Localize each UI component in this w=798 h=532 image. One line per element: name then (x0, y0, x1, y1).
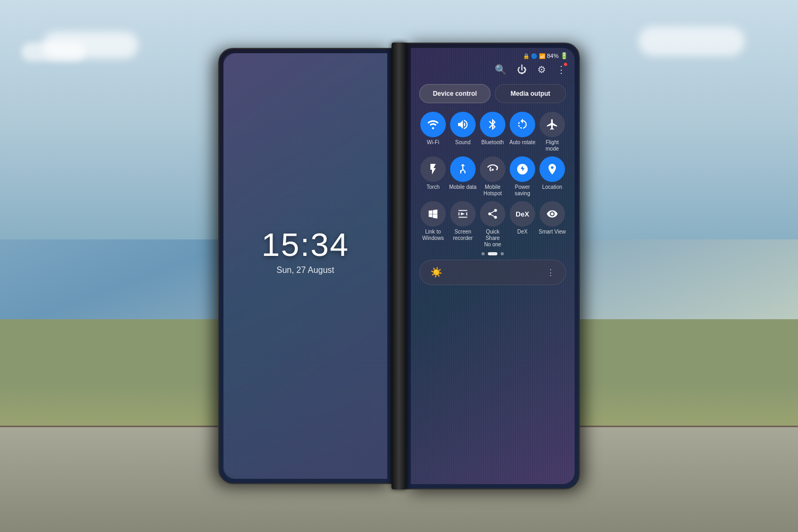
phone-hinge (392, 43, 406, 489)
media-output-tab[interactable]: Media output (495, 84, 566, 103)
sound-icon-bg (450, 112, 476, 137)
brightness-icon: ☀️ (430, 267, 442, 278)
device-control-tab[interactable]: Device control (419, 84, 491, 103)
dex-icon-bg: DeX (510, 201, 535, 227)
dot-2[interactable] (488, 252, 497, 255)
smart-view-toggle[interactable]: Smart View (538, 201, 566, 248)
hotspot-icon-bg (480, 156, 505, 182)
more-options-button[interactable]: ⋮ (556, 64, 566, 76)
battery-percent: 84% (547, 53, 559, 59)
search-bar[interactable]: ☀️ ⋮ (419, 260, 566, 285)
bixby-button[interactable] (579, 193, 580, 214)
phone-left-panel: 15:34 Sun, 27 August (218, 48, 393, 484)
svg-point-0 (432, 127, 434, 129)
link-windows-label: Link to Windows (419, 229, 447, 242)
location-label: Location (542, 184, 562, 197)
volume-up-button[interactable] (218, 166, 219, 203)
page-dots (419, 252, 566, 255)
smart-view-icon-bg (539, 201, 565, 227)
header-icons-row: 🔍 ⏻ ⚙ ⋮ (411, 62, 575, 80)
mobile-data-toggle[interactable]: Mobile data (449, 156, 477, 197)
time-display: 15:34 Sun, 27 August (261, 226, 349, 275)
screen-recorder-toggle[interactable]: Screen recorder (449, 201, 477, 248)
auto-rotate-toggle[interactable]: Auto rotate (509, 112, 536, 152)
status-lock-icon: 🔒 (523, 53, 529, 59)
smart-view-label: Smart View (539, 229, 566, 242)
quick-share-toggle[interactable]: Quick ShareNo one (479, 201, 506, 248)
volume-down-button[interactable] (218, 214, 219, 240)
link-windows-toggle[interactable]: Link to Windows (419, 201, 447, 248)
date: Sun, 27 August (261, 265, 349, 275)
power-button[interactable] (579, 150, 580, 182)
mobile-data-label: Mobile data (449, 184, 477, 197)
phone-right-panel: 🔒 🔵 📶 84% 🔋 🔍 ⏻ ⚙ ⋮ Device c (405, 43, 580, 489)
power-off-button[interactable]: ⏻ (517, 64, 527, 76)
dex-toggle[interactable]: DeX DeX (509, 201, 536, 248)
location-toggle[interactable]: Location (538, 156, 566, 197)
auto-rotate-label: Auto rotate (510, 139, 536, 152)
torch-toggle[interactable]: Torch (419, 156, 447, 197)
power-saving-label: Power saving (509, 184, 536, 197)
bluetooth-label: Bluetooth (481, 139, 504, 152)
hotspot-label: Mobile Hotspot (479, 184, 506, 197)
quick-share-label: Quick ShareNo one (479, 229, 506, 248)
screen-recorder-label: Screen recorder (449, 229, 477, 242)
dot-3[interactable] (501, 252, 504, 255)
wifi-icon-bg (420, 112, 446, 137)
hotspot-toggle[interactable]: Mobile Hotspot (479, 156, 506, 197)
quick-share-icon-bg (480, 201, 505, 227)
dex-label: DeX (517, 229, 527, 242)
windows-icon-bg (420, 201, 446, 227)
location-icon-bg (539, 156, 565, 182)
rotate-icon-bg (510, 112, 535, 137)
wifi-toggle[interactable]: Wi-Fi (419, 112, 447, 152)
status-bluetooth-icon: 🔵 (531, 53, 537, 59)
right-screen: 🔒 🔵 📶 84% 🔋 🔍 ⏻ ⚙ ⋮ Device c (411, 48, 575, 484)
flight-mode-label: Flight mode (538, 139, 566, 152)
search-more-options[interactable]: ⋮ (546, 268, 555, 278)
bluetooth-toggle[interactable]: Bluetooth (479, 112, 506, 152)
status-bar: 🔒 🔵 📶 84% 🔋 (411, 48, 575, 62)
sound-toggle[interactable]: Sound (449, 112, 477, 152)
torch-icon-bg (420, 156, 446, 182)
dot-1[interactable] (481, 252, 485, 255)
battery-icon: 🔋 (560, 52, 568, 60)
bluetooth-icon-bg (480, 112, 505, 137)
control-tabs: Device control Media output (419, 84, 566, 103)
quick-settings-panel: Device control Media output (411, 80, 575, 294)
flight-icon-bg (539, 112, 565, 137)
clock: 15:34 (261, 226, 349, 263)
status-icons: 🔒 🔵 📶 84% 🔋 (523, 52, 568, 60)
power-save-icon-bg (510, 156, 535, 182)
toggle-grid-row1: Wi-Fi Sound (419, 112, 566, 152)
toggle-grid-row3: Link to Windows Screen recorder (419, 201, 566, 248)
sound-label: Sound (455, 139, 471, 152)
toggle-grid-row2: Torch Mobile data (419, 156, 566, 197)
phone-device: 15:34 Sun, 27 August 🔒 🔵 📶 84% 🔋 (218, 37, 580, 495)
settings-button[interactable]: ⚙ (537, 64, 546, 76)
torch-label: Torch (427, 184, 439, 197)
flight-mode-toggle[interactable]: Flight mode (538, 112, 566, 152)
status-signal-icon: 📶 (539, 53, 545, 59)
wifi-label: Wi-Fi (427, 139, 439, 152)
screen-rec-icon-bg (450, 201, 476, 227)
left-screen: 15:34 Sun, 27 August (223, 53, 387, 479)
mobile-data-icon-bg (450, 156, 476, 182)
power-saving-toggle[interactable]: Power saving (509, 156, 536, 197)
search-button[interactable]: 🔍 (495, 64, 506, 76)
